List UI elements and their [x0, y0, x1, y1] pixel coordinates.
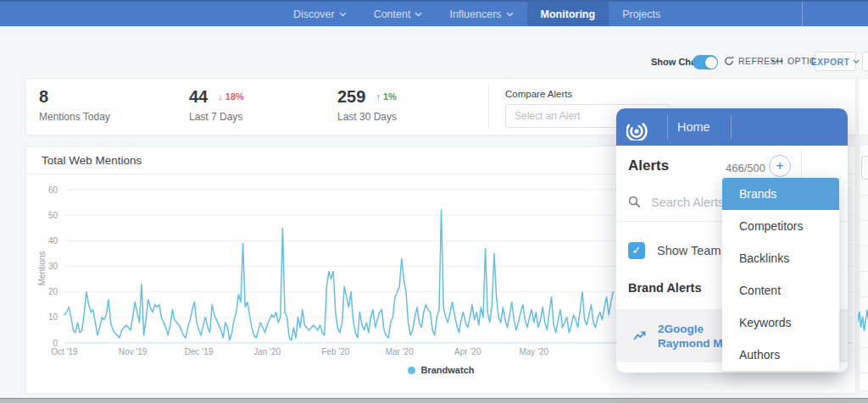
show-chart-toggle[interactable]	[693, 55, 718, 69]
trending-up-icon	[633, 330, 646, 341]
stat-delta-up: ↑ 1%	[376, 91, 396, 102]
stat-value: 8	[39, 87, 48, 107]
svg-text:Oct '19: Oct '19	[51, 347, 78, 356]
svg-text:Dec '19: Dec '19	[185, 347, 214, 356]
menu-item-competitors[interactable]: Competitors	[722, 210, 839, 242]
team-alerts-checkbox[interactable]: ✓	[628, 242, 645, 259]
stat-label: Last 30 Days	[337, 111, 397, 123]
horizontal-scrollbar[interactable]	[0, 398, 868, 403]
arrow-down-icon: ↓	[218, 91, 223, 102]
export-button[interactable]: EXPORT	[815, 52, 856, 71]
alerts-title: Alerts	[628, 157, 669, 174]
stat-value: 44	[189, 87, 208, 107]
menu-item-backlinks[interactable]: Backlinks	[722, 242, 839, 274]
nav-item-influencers[interactable]: Influencers	[436, 2, 526, 26]
ellipsis-icon	[771, 59, 783, 63]
svg-text:20: 20	[48, 287, 58, 296]
menu-item-authors[interactable]: Authors	[722, 339, 839, 371]
svg-text:May '20: May '20	[519, 347, 548, 356]
export-label: EXPORT	[811, 57, 850, 67]
stat-delta-down: ↓ 18%	[218, 91, 244, 102]
divider	[801, 149, 802, 179]
delta-value: 1%	[383, 91, 397, 102]
search-placeholder: Search Alerts	[651, 196, 724, 209]
brand-alerts-heading: Brand Alerts	[628, 281, 701, 295]
compare-alerts-label: Compare Alerts	[505, 89, 572, 99]
partial-button[interactable]	[862, 52, 868, 71]
menu-item-brands[interactable]: Brands	[722, 178, 839, 210]
arrow-up-icon: ↑	[376, 91, 381, 102]
next-panel-stats-sliver	[858, 78, 868, 135]
nav-item-label: Influencers	[449, 8, 501, 20]
toggle-knob-icon	[705, 57, 717, 69]
search-icon	[628, 196, 641, 208]
chevron-down-icon	[339, 12, 347, 17]
divider	[731, 115, 732, 139]
stat-last-30-days: 259↑ 1% Last 30 Days	[337, 87, 397, 123]
alert-name: 2Google	[658, 323, 726, 335]
svg-text:Apr '20: Apr '20	[454, 347, 481, 356]
divider	[488, 86, 489, 130]
nav-item-content[interactable]: Content	[360, 2, 437, 26]
stat-label: Mentions Today	[39, 111, 110, 123]
next-panel-chart-sliver	[859, 144, 868, 391]
svg-text:Feb '20: Feb '20	[321, 347, 349, 356]
mention-logo-icon[interactable]	[626, 113, 655, 141]
top-nav-bar: Discover Content Influencers Monitoring …	[0, 0, 868, 26]
nav-item-projects[interactable]: Projects	[609, 2, 674, 26]
svg-text:10: 10	[48, 312, 58, 322]
popup-header: Home	[616, 108, 848, 146]
nav-item-discover[interactable]: Discover	[280, 2, 360, 26]
svg-text:Mentions: Mentions	[37, 251, 47, 286]
alerts-count: 466/500	[726, 162, 765, 174]
svg-text:Nov '19: Nov '19	[119, 347, 147, 356]
delta-value: 18%	[225, 91, 244, 102]
stat-last-7-days: 44↓ 18% Last 7 Days	[189, 87, 244, 123]
popup-home-tab[interactable]: Home	[677, 108, 710, 146]
nav-item-label: Content	[374, 8, 411, 20]
nav-divider	[802, 2, 803, 26]
next-panel-sparkline	[858, 279, 868, 347]
svg-text:Mar '20: Mar '20	[386, 347, 414, 356]
alert-owner: Raymond M.	[658, 337, 726, 350]
stat-value: 259	[337, 87, 365, 107]
alert-type-menu: Brands Competitors Backlinks Content Key…	[722, 178, 839, 371]
chevron-down-icon	[506, 12, 514, 17]
nav-item-monitoring[interactable]: Monitoring	[527, 2, 609, 26]
svg-text:50: 50	[48, 211, 58, 220]
chevron-down-icon	[415, 12, 422, 17]
legend-dot-icon	[408, 367, 415, 374]
menu-item-content[interactable]: Content	[722, 274, 839, 306]
nav-item-label: Discover	[293, 8, 335, 20]
svg-text:Jan '20: Jan '20	[253, 347, 281, 356]
divider	[667, 115, 668, 139]
nav-item-label: Projects	[622, 8, 660, 20]
legend-label: Brandwatch	[421, 365, 475, 375]
svg-text:30: 30	[48, 262, 58, 271]
nav-item-label: Monitoring	[541, 8, 596, 20]
chevron-down-icon	[853, 59, 860, 63]
stat-mentions-today: 8 Mentions Today	[39, 87, 110, 123]
next-panel-control-sliver	[861, 156, 868, 179]
svg-text:40: 40	[48, 236, 58, 246]
svg-text:0: 0	[53, 339, 58, 348]
add-alert-button[interactable]: +	[769, 155, 791, 177]
refresh-icon	[724, 56, 734, 66]
stat-label: Last 7 Days	[189, 111, 244, 123]
menu-item-keywords[interactable]: Keywords	[722, 306, 839, 339]
svg-text:60: 60	[48, 185, 58, 195]
